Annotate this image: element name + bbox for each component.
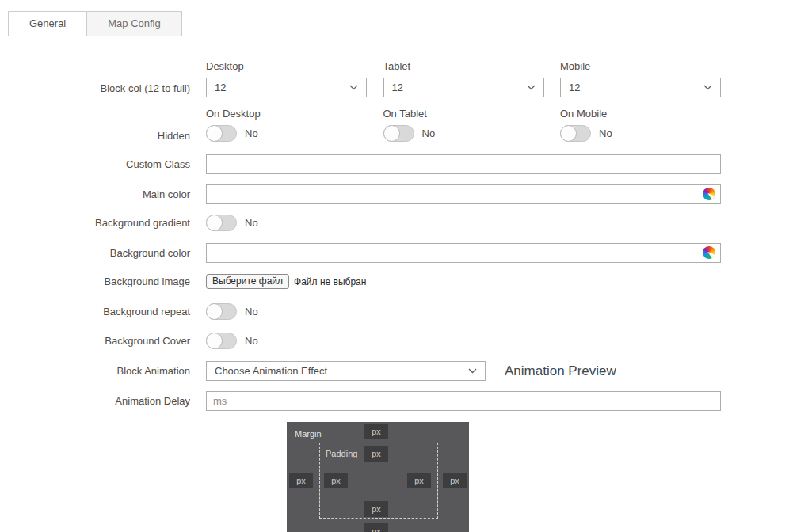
background-cover-state: No: [245, 335, 258, 347]
margin-right-input[interactable]: [443, 473, 467, 488]
toggle-knob: [206, 332, 223, 349]
background-repeat-state: No: [245, 306, 258, 317]
color-picker-icon[interactable]: [703, 188, 715, 200]
animation-delay-input[interactable]: [206, 391, 721, 411]
toggle-knob: [206, 303, 223, 320]
spacing-box-editor: Margin Padding: [287, 422, 469, 532]
row-block-animation: Block Animation Choose Animation Effect …: [0, 361, 789, 381]
background-color-label: Background color: [0, 243, 190, 263]
choose-file-button[interactable]: Выберите файл: [206, 274, 289, 289]
hidden-desktop-state: No: [245, 127, 258, 139]
main-color-input[interactable]: [206, 184, 721, 204]
margin-bottom-input[interactable]: [364, 523, 388, 532]
toggle-knob: [383, 125, 400, 142]
background-image-label: Background image: [0, 273, 190, 290]
padding-top-input[interactable]: [364, 446, 388, 462]
padding-label: Padding: [326, 449, 357, 458]
file-status-text: Файл не выбран: [294, 276, 366, 287]
color-picker-icon[interactable]: [703, 246, 715, 259]
main-color-label: Main color: [0, 184, 190, 204]
desktop-header: Desktop: [206, 60, 367, 73]
padding-bottom-input[interactable]: [364, 501, 388, 517]
row-background-gradient: Background gradient No: [0, 215, 789, 231]
block-col-tablet-value: 12: [392, 82, 403, 93]
block-col-desktop-value: 12: [215, 82, 226, 93]
hidden-tablet-toggle[interactable]: [383, 125, 414, 142]
chevron-down-icon: [468, 368, 477, 374]
toggle-knob: [560, 125, 577, 142]
row-block-col: Block col (12 to full) Desktop 12 Tablet…: [0, 60, 789, 97]
block-animation-value: Choose Animation Effect: [215, 365, 327, 377]
background-gradient-label: Background gradient: [0, 215, 190, 231]
block-animation-label: Block Animation: [0, 361, 190, 381]
row-background-color: Background color: [0, 243, 789, 263]
tab-general[interactable]: General: [8, 11, 87, 36]
hidden-tablet-header: On Tablet: [383, 108, 544, 120]
row-background-image: Background image Выберите файл Файл не в…: [0, 273, 789, 290]
tablet-header: Tablet: [383, 60, 544, 73]
row-background-cover: Background Cover No: [0, 332, 789, 349]
chevron-down-icon: [349, 85, 358, 90]
block-col-mobile-select[interactable]: 12: [560, 78, 721, 97]
row-background-repeat: Background repeat No: [0, 303, 789, 320]
hidden-tablet-state: No: [422, 127, 436, 139]
background-gradient-state: No: [245, 217, 258, 229]
background-repeat-label: Background repeat: [0, 303, 190, 320]
row-hidden: Hidden On Desktop No On Tablet No: [0, 108, 789, 144]
block-col-tablet-select[interactable]: 12: [383, 78, 544, 97]
block-col-mobile-value: 12: [569, 82, 580, 93]
row-animation-delay: Animation Delay: [0, 391, 789, 411]
row-main-color: Main color: [0, 184, 789, 204]
hidden-mobile-toggle[interactable]: [560, 125, 591, 142]
block-col-label: Block col (12 to full): [0, 60, 190, 97]
margin-left-input[interactable]: [289, 473, 313, 488]
chevron-down-icon: [527, 85, 536, 90]
margin-label: Margin: [295, 429, 322, 439]
animation-preview-button[interactable]: Animation Preview: [505, 363, 616, 379]
padding-right-input[interactable]: [407, 473, 431, 488]
tab-bar: General Map Config: [0, 11, 751, 36]
hidden-mobile-state: No: [599, 127, 612, 139]
hidden-label: Hidden: [0, 108, 190, 144]
background-cover-toggle[interactable]: [206, 332, 237, 349]
padding-left-input[interactable]: [324, 473, 348, 488]
custom-class-input[interactable]: [206, 154, 721, 174]
custom-class-label: Custom Class: [0, 154, 190, 174]
settings-form: Block col (12 to full) Desktop 12 Tablet…: [0, 36, 789, 532]
background-color-input[interactable]: [206, 243, 721, 263]
block-col-desktop-select[interactable]: 12: [206, 78, 367, 97]
hidden-desktop-header: On Desktop: [206, 108, 367, 120]
chevron-down-icon: [703, 85, 712, 90]
block-animation-select[interactable]: Choose Animation Effect: [206, 361, 486, 381]
toggle-knob: [206, 125, 223, 142]
toggle-knob: [206, 215, 223, 231]
margin-top-input[interactable]: [364, 424, 388, 439]
background-gradient-toggle[interactable]: [206, 215, 237, 231]
tab-map-config[interactable]: Map Config: [86, 11, 181, 36]
row-custom-class: Custom Class: [0, 154, 789, 174]
animation-delay-label: Animation Delay: [0, 391, 190, 411]
hidden-desktop-toggle[interactable]: [206, 125, 237, 142]
hidden-mobile-header: On Mobile: [560, 108, 721, 120]
background-repeat-toggle[interactable]: [206, 303, 237, 320]
background-cover-label: Background Cover: [0, 332, 190, 349]
mobile-header: Mobile: [560, 60, 721, 73]
